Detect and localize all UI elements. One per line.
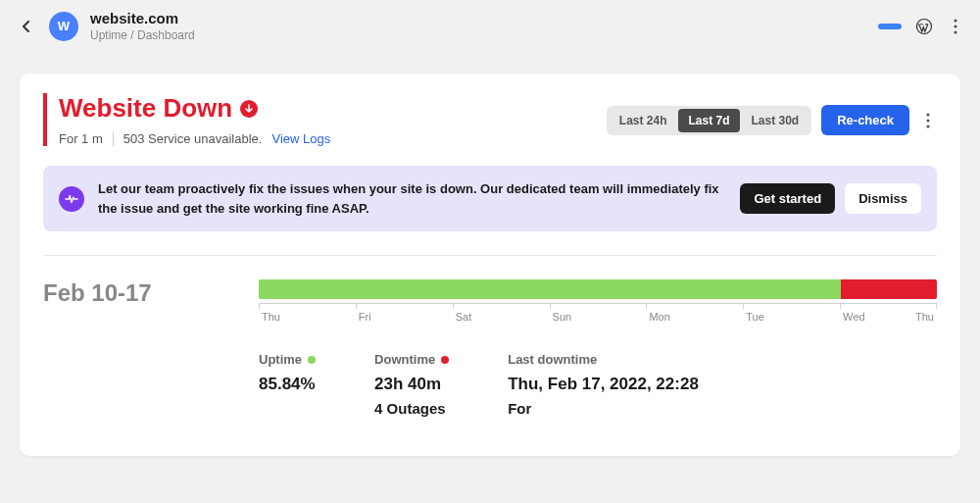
range-last-24h[interactable]: Last 24h [610,109,677,132]
svg-point-2 [954,25,956,27]
time-range-group: Last 24h Last 7d Last 30d [607,106,811,135]
svg-point-1 [954,19,956,22]
down-arrow-icon [240,100,258,118]
site-name: website.com [90,10,866,26]
uptime-value: 85.84% [259,375,316,394]
svg-point-5 [926,119,929,122]
range-last-30d[interactable]: Last 30d [742,109,809,132]
last-downtime-stat: Last downtime Thu, Feb 17, 2022, 22:28 F… [508,352,699,417]
card-overflow-menu-button[interactable] [919,112,937,129]
view-logs-link[interactable]: View Logs [271,131,330,146]
downtime-stat: Downtime 23h 40m 4 Outages [374,352,449,417]
date-range-label: Feb 10-17 [43,279,239,417]
tick-label: Fri [359,311,371,323]
svg-point-6 [926,125,929,127]
breadcrumb: Uptime / Dashboard [90,28,866,42]
status-error: 503 Service unavailable. [123,131,263,146]
status-actions: Last 24h Last 7d Last 30d Re-check [607,93,937,135]
uptime-timeline-bar [259,279,937,299]
dashboard-card: Website Down For 1 m 503 Service unavail… [20,74,960,456]
range-last-7d[interactable]: Last 7d [678,109,739,132]
status-subline: For 1 m 503 Service unavailable. View Lo… [59,131,330,146]
timeline-ticks: Thu Fri Sat Sun Mon Tue Wed Thu [259,303,937,323]
site-avatar: W [49,12,78,41]
tick-label: Thu [915,311,934,323]
last-downtime-value: Thu, Feb 17, 2022, 22:28 [508,375,699,394]
chart-section: Feb 10-17 Thu Fri Sat Sun Mon Tue Wed Th… [43,279,937,417]
banner-text: Let our team proactively fix the issues … [98,179,726,218]
red-dot-icon [441,356,449,364]
downtime-label: Downtime [374,352,435,367]
promo-banner: Let our team proactively fix the issues … [43,166,937,231]
status-block: Website Down For 1 m 503 Service unavail… [43,93,330,146]
tick-label: Tue [746,311,764,323]
back-button[interactable] [16,16,37,37]
tick-label: Sun [553,311,572,323]
status-title: Website Down [59,93,232,124]
wordpress-icon[interactable] [915,18,933,35]
tick-label: Wed [843,311,864,323]
svg-point-3 [954,30,956,33]
chevron-left-icon [22,21,31,32]
last-downtime-for: For [508,400,699,417]
svg-point-4 [926,113,929,116]
top-actions [878,18,964,35]
heartbeat-icon [59,186,84,212]
get-started-button[interactable]: Get started [740,183,835,214]
kebab-icon [954,19,957,34]
recheck-button[interactable]: Re-check [821,105,909,135]
status-header: Website Down For 1 m 503 Service unavail… [43,93,937,146]
uptime-stat: Uptime 85.84% [259,352,316,417]
status-duration: For 1 m [59,131,103,146]
tick-label: Mon [649,311,669,323]
uptime-segment-up [259,279,841,299]
divider [43,255,937,256]
stats-row: Uptime 85.84% Downtime 23h 40m 4 Outages [259,352,937,417]
tick-label: Sat [456,311,472,323]
outages-value: 4 Outages [374,400,449,417]
site-initial: W [58,19,70,33]
last-downtime-label: Last downtime [508,352,597,367]
downtime-value: 23h 40m [374,375,449,394]
divider [113,132,114,146]
uptime-label: Uptime [259,352,302,367]
green-dot-icon [308,356,316,364]
top-bar: W website.com Uptime / Dashboard [0,0,980,52]
tick-label: Thu [262,311,280,323]
dismiss-button[interactable]: Dismiss [845,183,921,214]
overflow-menu-button[interactable] [947,18,964,35]
svg-point-0 [917,19,932,33]
uptime-segment-down [841,279,937,299]
kebab-icon [926,113,930,128]
site-info: website.com Uptime / Dashboard [90,10,866,42]
accent-pill [878,24,902,29]
